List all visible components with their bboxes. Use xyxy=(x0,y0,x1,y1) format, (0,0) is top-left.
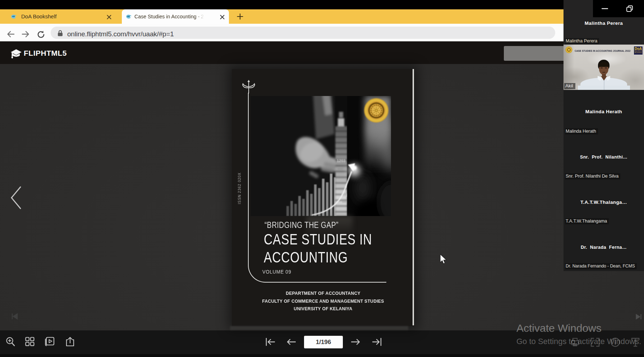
svg-text:1203: 1203 xyxy=(337,159,345,163)
svg-text:885: 885 xyxy=(338,167,343,171)
